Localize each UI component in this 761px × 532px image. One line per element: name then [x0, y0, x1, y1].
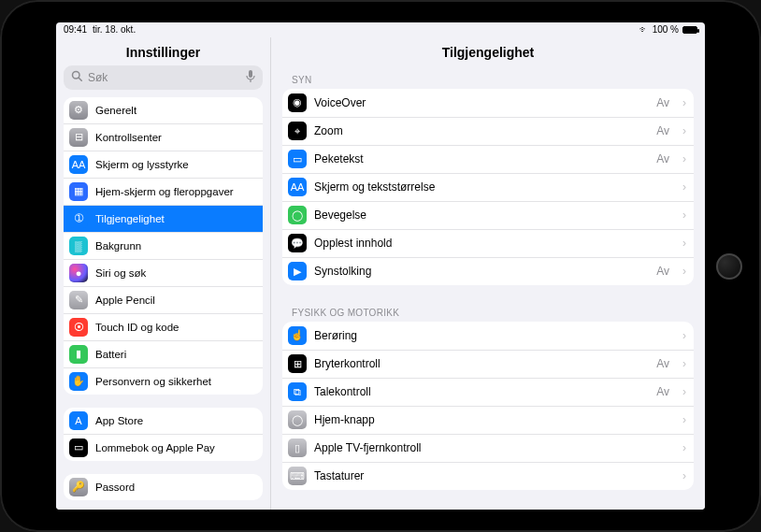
sidebar-item-wallet[interactable]: ▭Lommebok og Apple Pay — [64, 434, 263, 461]
detail-item-motion[interactable]: ◯Bevegelse› — [282, 201, 694, 229]
detail-item-textsize[interactable]: AASkjerm og tekststørrelse› — [282, 173, 694, 201]
sidebar-item-battery[interactable]: ▮Batteri — [64, 340, 263, 367]
ipad-frame: 09:41 tir. 18. okt. ᯤ 100 % Innstillinge… — [0, 0, 761, 532]
general-icon: ⚙︎ — [69, 101, 88, 120]
sidebar-item-control-center[interactable]: ⊟Kontrollsenter — [64, 123, 263, 151]
detail-item-label: VoiceOver — [314, 96, 366, 109]
battery-text: 100 % — [653, 24, 679, 35]
hover-icon: ▭ — [288, 150, 307, 168]
chevron-right-icon: › — [682, 180, 686, 194]
sidebar-item-display[interactable]: AASkjerm og lysstyrke — [64, 151, 263, 178]
detail-scroll[interactable]: SYN◉VoiceOverAv›⌖ZoomAv›▭PeketekstAv›AAS… — [271, 65, 705, 510]
passwords-icon: 🔑 — [69, 478, 88, 496]
detail-item-label: Hjem-knapp — [314, 413, 375, 426]
sidebar-item-siri[interactable]: ●Siri og søk — [64, 259, 263, 286]
motion-icon: ◯ — [288, 206, 307, 224]
detail-item-label: Berøring — [314, 329, 357, 342]
sidebar-item-accessibility[interactable]: ➀Tilgjengelighet — [64, 205, 263, 232]
sidebar-item-wallpaper[interactable]: ▒Bakgrunn — [64, 232, 263, 259]
sidebar-item-general[interactable]: ⚙︎Generelt — [64, 97, 263, 123]
sidebar-group: ⚙︎Generelt⊟KontrollsenterAASkjerm og lys… — [64, 97, 263, 395]
appstore-icon: A — [69, 411, 88, 430]
detail-item-appletv[interactable]: ▯Apple TV-fjernkontroll› — [282, 434, 694, 462]
chevron-right-icon: › — [682, 124, 686, 137]
detail-item-audiodesc[interactable]: ▶SynstolkingAv› — [282, 257, 694, 285]
detail-item-touch[interactable]: ☝Berøring› — [282, 322, 694, 350]
detail-item-zoom[interactable]: ⌖ZoomAv› — [282, 117, 694, 145]
detail-item-label: Tastaturer — [314, 469, 364, 482]
sidebar-item-touchid[interactable]: ⦿Touch ID og kode — [64, 313, 263, 340]
sidebar-item-appstore[interactable]: AApp Store — [64, 408, 263, 434]
chevron-right-icon: › — [682, 208, 686, 222]
detail-item-switch[interactable]: ⊞BryterkontrollAv› — [282, 350, 694, 378]
detail-item-voicectrl[interactable]: ⧉TalekontrollAv› — [282, 378, 694, 406]
pencil-icon: ✎ — [69, 291, 88, 309]
status-date: tir. 18. okt. — [93, 24, 136, 35]
sidebar-item-label: Touch ID og kode — [95, 322, 179, 333]
detail-item-label: Apple TV-fjernkontroll — [314, 441, 422, 454]
touch-icon: ☝ — [288, 326, 307, 345]
sidebar-item-label: Passord — [95, 482, 135, 493]
detail-item-label: Peketekst — [314, 152, 364, 165]
sidebar-item-label: Tilgjengelighet — [95, 213, 165, 224]
status-time: 09:41 — [64, 24, 87, 35]
appletv-icon: ▯ — [288, 439, 307, 457]
detail-item-homebtn[interactable]: ◯Hjem-knapp› — [282, 406, 694, 434]
sidebar-item-home-screen[interactable]: ▦Hjem-skjerm og fleroppgaver — [64, 178, 263, 205]
section-header: HØRSEL — [282, 503, 694, 510]
control-center-icon: ⊟ — [69, 128, 88, 147]
privacy-icon: ✋ — [69, 372, 88, 391]
chevron-right-icon: › — [682, 265, 686, 278]
sidebar-item-privacy[interactable]: ✋Personvern og sikkerhet — [64, 367, 263, 395]
settings-sidebar: Innstillinger Søk ⚙︎Generelt⊟Kontrollsen… — [56, 37, 271, 510]
detail-item-hover[interactable]: ▭PeketekstAv› — [282, 145, 694, 173]
chevron-right-icon: › — [682, 329, 686, 342]
svg-line-1 — [79, 78, 81, 80]
spoken-icon: 💬 — [288, 234, 307, 252]
detail-item-label: Zoom — [314, 124, 343, 137]
detail-item-keyboards[interactable]: ⌨Tastaturer› — [282, 462, 694, 490]
detail-item-voiceover[interactable]: ◉VoiceOverAv› — [282, 89, 694, 117]
status-bar: 09:41 tir. 18. okt. ᯤ 100 % — [56, 22, 705, 37]
chevron-right-icon: › — [682, 441, 686, 454]
wifi-icon: ᯤ — [639, 24, 649, 35]
home-screen-icon: ▦ — [69, 182, 88, 201]
sidebar-item-label: App Store — [95, 415, 143, 426]
chevron-right-icon: › — [682, 469, 686, 482]
battery-icon — [682, 26, 697, 34]
sidebar-item-label: Hjem-skjerm og fleroppgaver — [95, 186, 234, 197]
sidebar-item-label: Lommebok og Apple Pay — [95, 442, 215, 453]
detail-item-label: Bryterkontroll — [314, 357, 380, 370]
sidebar-item-label: Skjerm og lysstyrke — [95, 159, 189, 170]
detail-item-value: Av — [656, 152, 669, 165]
touchid-icon: ⦿ — [69, 318, 88, 337]
textsize-icon: AA — [288, 178, 307, 196]
voicectrl-icon: ⧉ — [288, 382, 307, 401]
mic-icon[interactable] — [246, 70, 255, 85]
sidebar-item-label: Bakgrunn — [95, 240, 141, 252]
battery-icon: ▮ — [69, 345, 88, 364]
sidebar-item-label: Siri og søk — [95, 267, 146, 279]
sidebar-item-passwords[interactable]: 🔑Passord — [64, 474, 263, 500]
detail-item-label: Synstolking — [314, 265, 371, 278]
section-header: SYN — [282, 65, 694, 89]
detail-item-value: Av — [656, 385, 669, 398]
chevron-right-icon: › — [682, 237, 686, 250]
chevron-right-icon: › — [682, 152, 686, 165]
detail-item-spoken[interactable]: 💬Opplest innhold› — [282, 229, 694, 257]
search-input[interactable]: Søk — [64, 65, 263, 90]
search-placeholder: Søk — [88, 71, 108, 84]
switch-icon: ⊞ — [288, 354, 307, 373]
keyboards-icon: ⌨ — [288, 467, 307, 485]
sidebar-scroll[interactable]: ⚙︎Generelt⊟KontrollsenterAASkjerm og lys… — [56, 97, 270, 510]
screen: 09:41 tir. 18. okt. ᯤ 100 % Innstillinge… — [56, 22, 705, 510]
wallet-icon: ▭ — [69, 439, 88, 457]
sidebar-group: 🔑Passord — [64, 474, 263, 500]
detail-item-label: Skjerm og tekststørrelse — [314, 180, 435, 194]
detail-group: ☝Berøring›⊞BryterkontrollAv›⧉Talekontrol… — [282, 322, 694, 490]
sidebar-item-label: Kontrollsenter — [95, 132, 162, 143]
sidebar-item-label: Personvern og sikkerhet — [95, 376, 211, 387]
svg-rect-2 — [249, 70, 252, 78]
home-button[interactable] — [716, 253, 742, 280]
sidebar-item-pencil[interactable]: ✎Apple Pencil — [64, 286, 263, 313]
